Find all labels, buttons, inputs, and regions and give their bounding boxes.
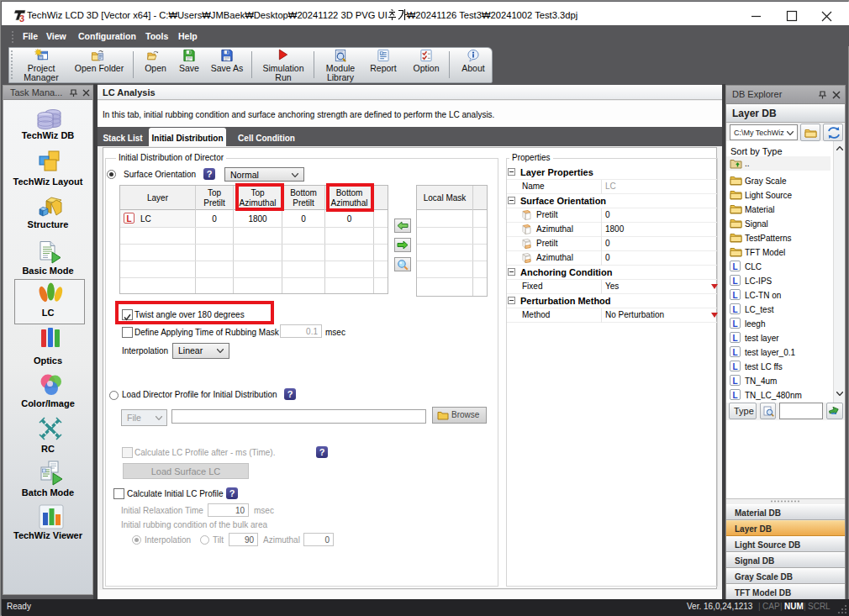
svg-text:3: 3 bbox=[19, 13, 24, 23]
